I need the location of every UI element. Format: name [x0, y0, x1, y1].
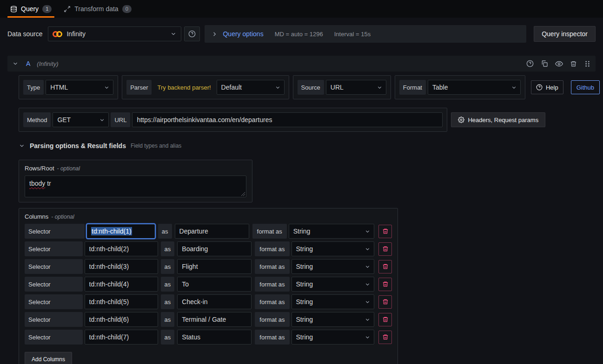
column-format-select[interactable]: String [292, 294, 375, 309]
column-format-select[interactable]: String [292, 241, 375, 256]
selected-text: td:nth-child(1) [91, 227, 132, 235]
source-select[interactable]: URL [326, 80, 386, 95]
column-alias-input[interactable] [177, 259, 252, 274]
resize-grip-icon[interactable] [240, 191, 245, 196]
method-value: GET [57, 116, 71, 124]
column-alias-input[interactable] [177, 312, 252, 327]
delete-column-button[interactable] [378, 295, 392, 309]
github-button[interactable]: Github [571, 80, 600, 94]
query-row-actions [526, 60, 591, 68]
column-format-select[interactable]: String [292, 259, 375, 274]
chevron-down-icon [364, 334, 371, 340]
type-label: Type [23, 80, 44, 95]
query-editor-area: A (Infinity) Type H [0, 56, 603, 364]
column-alias-input[interactable] [177, 241, 252, 256]
delete-query-trash-icon[interactable] [570, 60, 577, 67]
column-selector-input[interactable]: td:nth-child(1) [86, 224, 155, 239]
column-alias-input[interactable] [177, 277, 252, 292]
trash-icon [382, 316, 389, 323]
chevron-down-icon [364, 317, 371, 323]
delete-column-button[interactable] [378, 313, 392, 326]
column-alias-input[interactable] [177, 330, 252, 344]
source-label: Source [298, 80, 324, 95]
query-inspector-button[interactable]: Query inspector [534, 26, 596, 42]
headers-request-params-button[interactable]: Headers, Request params [451, 112, 545, 127]
parser-value: Default [221, 84, 242, 91]
column-alias-input[interactable] [175, 224, 249, 239]
column-format-select[interactable]: String [289, 224, 374, 239]
column-format-value: String [296, 333, 313, 341]
delete-column-button[interactable] [378, 225, 392, 238]
method-select[interactable]: GET [53, 112, 109, 127]
chevron-down-icon [104, 84, 110, 91]
column-selector-input[interactable] [85, 277, 158, 292]
parsing-options-section-header[interactable]: Parsing options & Result fields Field ty… [19, 142, 596, 150]
collapse-query-chevron-icon[interactable] [12, 60, 19, 67]
column-format-select[interactable]: String [292, 330, 375, 344]
parser-select[interactable]: Default [217, 80, 285, 95]
query-toolbar: Data source Infinity Query options MD = … [0, 18, 603, 43]
selector-label: Selector [25, 259, 83, 274]
rows-root-textarea[interactable]: tbody tr [25, 176, 246, 197]
chevron-down-icon [377, 84, 383, 91]
trash-icon [382, 281, 389, 287]
column-selector-input[interactable] [85, 312, 158, 327]
selector-label: Selector [25, 330, 83, 344]
column-format-value: String [296, 263, 313, 270]
angle-right-icon [211, 31, 218, 38]
source-value: URL [331, 84, 344, 91]
column-row: Selector as format as String [25, 241, 392, 256]
hide-query-eye-icon[interactable] [555, 60, 563, 68]
column-format-value: String [296, 245, 313, 253]
method-label: Method [23, 112, 51, 127]
tab-query[interactable]: Query 1 [5, 0, 57, 18]
column-alias-input[interactable] [177, 294, 252, 309]
parsing-options-title: Parsing options & Result fields [30, 142, 126, 150]
columns-label: Columns [25, 213, 48, 220]
datasource-name: Infinity [66, 30, 166, 38]
transform-count-badge: 0 [122, 5, 132, 13]
column-row: Selector as format as String [25, 330, 392, 344]
type-select[interactable]: HTML [46, 80, 113, 95]
column-format-select[interactable]: String [292, 312, 375, 327]
delete-column-button[interactable] [378, 278, 392, 291]
as-label: as [161, 259, 175, 274]
gear-icon [458, 117, 464, 123]
column-row: Selector as format as String [25, 259, 392, 274]
add-columns-button[interactable]: Add Columns [25, 352, 72, 364]
database-icon [10, 6, 17, 13]
help-button[interactable]: Help [531, 80, 563, 94]
column-selector-input[interactable] [85, 259, 158, 274]
format-select[interactable]: Table [428, 80, 521, 95]
url-input[interactable] [132, 112, 443, 127]
duplicate-query-icon[interactable] [541, 60, 548, 67]
delete-column-button[interactable] [378, 260, 392, 273]
query-datasource-hint: (Infinity) [37, 60, 58, 67]
parser-label: Parser [126, 80, 152, 95]
column-row: Selector as format as String [25, 294, 392, 309]
query-options-toggle[interactable]: Query options MD = auto = 1296 Interval … [205, 25, 526, 43]
column-row: Selector td:nth-child(1) as format as St… [25, 224, 392, 239]
column-selector-input[interactable] [85, 241, 158, 256]
try-backend-parser-link[interactable]: Try backend parser! [157, 84, 211, 91]
format-as-label: format as [255, 259, 289, 274]
column-selector-input[interactable] [85, 330, 158, 344]
chevron-down-icon [170, 31, 177, 37]
parser-fieldset: Parser Try backend parser! Default [122, 75, 289, 99]
query-ref-id[interactable]: A [26, 60, 30, 67]
delete-column-button[interactable] [378, 331, 392, 344]
column-selector-input[interactable] [85, 294, 158, 309]
drag-handle-icon[interactable] [584, 60, 591, 67]
column-format-select[interactable]: String [292, 277, 375, 292]
column-format-value: String [296, 280, 313, 288]
trash-icon [382, 246, 389, 252]
trash-icon [382, 334, 389, 340]
column-row: Selector as format as String [25, 312, 392, 327]
tab-transform-data[interactable]: Transform data 0 [58, 0, 137, 18]
delete-column-button[interactable] [378, 242, 392, 256]
datasource-picker[interactable]: Infinity [48, 26, 181, 41]
format-as-label: format as [255, 312, 289, 327]
datasource-help-button[interactable] [184, 26, 200, 41]
query-help-icon[interactable] [526, 60, 534, 67]
question-circle-icon [536, 84, 543, 91]
